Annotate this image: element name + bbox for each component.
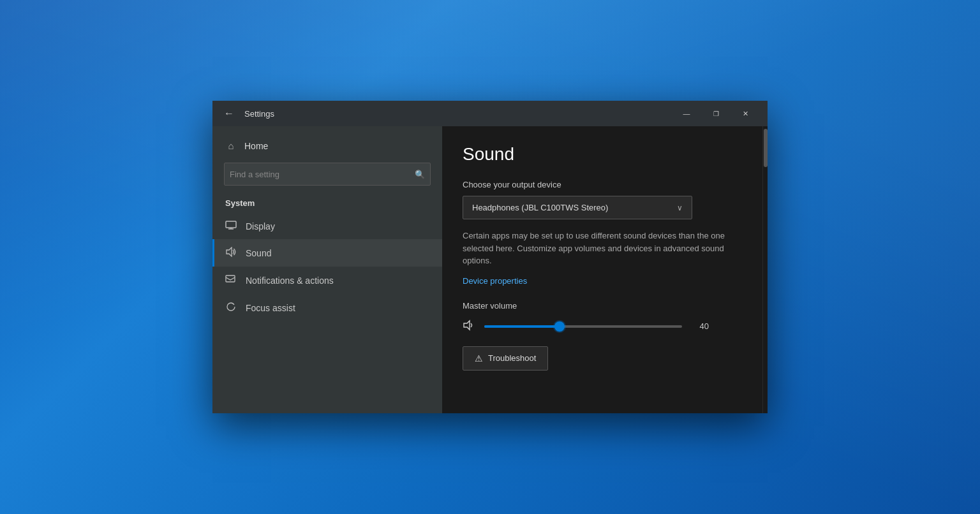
close-button[interactable] [731, 101, 760, 126]
focus-label: Focus assist [246, 303, 295, 313]
sidebar-item-home[interactable]: Home [212, 134, 442, 158]
warning-icon [475, 353, 483, 363]
dropdown-chevron-icon [677, 203, 683, 212]
window-controls [672, 101, 760, 126]
device-properties-link[interactable]: Device properties [463, 276, 527, 286]
search-input[interactable] [230, 170, 415, 179]
svg-rect-0 [226, 221, 236, 228]
output-description: Certain apps may be set up to use differ… [463, 230, 737, 267]
search-icon[interactable] [415, 170, 425, 179]
troubleshoot-button[interactable]: Troubleshoot [463, 346, 548, 371]
window-body: Home System Display [212, 126, 768, 413]
slider-track [484, 325, 682, 328]
sidebar-item-sound[interactable]: Sound [212, 239, 442, 267]
sidebar-item-display[interactable]: Display [212, 213, 442, 239]
restore-icon [713, 110, 719, 117]
sidebar: Home System Display [212, 126, 442, 413]
content-panel: Sound Choose your output device Headphon… [442, 126, 762, 413]
output-device-label: Choose your output device [463, 180, 742, 189]
output-device-value: Headphones (JBL C100TWS Stereo) [472, 203, 608, 212]
home-label: Home [244, 141, 268, 151]
sidebar-item-notifications[interactable]: Notifications & actions [212, 267, 442, 294]
volume-icon [463, 319, 475, 334]
minimize-button[interactable] [672, 101, 701, 126]
search-box[interactable] [224, 163, 431, 186]
settings-window: Settings Home System [212, 101, 768, 413]
display-label: Display [246, 221, 275, 231]
svg-marker-5 [464, 321, 470, 330]
slider-thumb[interactable] [554, 321, 565, 332]
minimize-icon [683, 110, 690, 117]
troubleshoot-label: Troubleshoot [488, 353, 536, 363]
volume-slider[interactable] [484, 320, 682, 333]
sidebar-item-focus[interactable]: Focus assist [212, 294, 442, 321]
volume-row: 40 [463, 319, 742, 334]
output-device-dropdown[interactable]: Headphones (JBL C100TWS Stereo) [463, 196, 692, 219]
system-label: System [212, 196, 442, 213]
svg-rect-4 [226, 275, 235, 282]
home-icon [225, 140, 237, 151]
svg-marker-3 [226, 247, 232, 256]
sound-label: Sound [246, 248, 271, 258]
volume-section-label: Master volume [463, 301, 742, 311]
restore-button[interactable] [701, 101, 731, 126]
title-bar: Settings [212, 101, 768, 126]
slider-fill [484, 325, 560, 328]
sound-icon [225, 247, 237, 259]
notifications-label: Notifications & actions [246, 275, 334, 286]
scrollbar-thumb[interactable] [764, 129, 768, 167]
focus-icon [225, 302, 237, 314]
display-icon [225, 221, 237, 231]
back-icon [224, 108, 234, 119]
notifications-icon [225, 274, 237, 286]
back-button[interactable] [220, 105, 238, 122]
scrollbar[interactable] [762, 126, 768, 413]
page-title: Sound [463, 144, 742, 165]
title-bar-left: Settings [220, 105, 672, 122]
close-icon [743, 110, 748, 118]
volume-value: 40 [691, 321, 709, 331]
window-title: Settings [244, 109, 274, 119]
